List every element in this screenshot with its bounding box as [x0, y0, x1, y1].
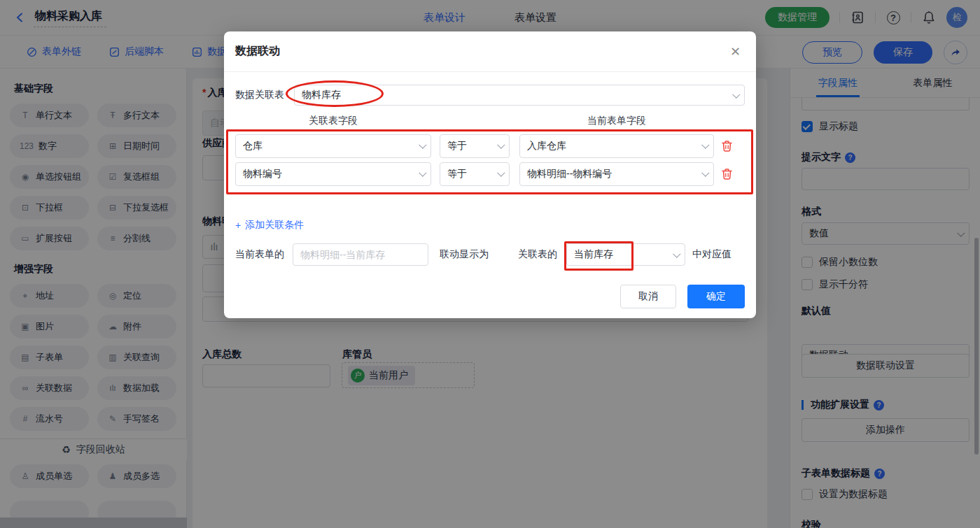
delete-condition-button[interactable]	[721, 168, 733, 180]
condition-row: 仓库 等于 入库仓库	[235, 134, 745, 158]
close-icon[interactable]: ✕	[730, 45, 741, 58]
linked-table-select[interactable]: 物料库存	[294, 85, 745, 106]
cancel-button[interactable]: 取消	[620, 285, 676, 308]
right-column-header: 当前表单字段	[519, 115, 714, 127]
condition-operator-select[interactable]: 等于	[440, 134, 510, 158]
condition-right-select[interactable]: 入库仓库	[519, 134, 714, 158]
condition-row: 物料编号 等于 物料明细--物料编号	[235, 162, 745, 186]
condition-left-select[interactable]: 物料编号	[235, 162, 431, 186]
condition-right-select[interactable]: 物料明细--物料编号	[519, 162, 714, 186]
linkage-display-label: 联动显示为	[440, 248, 489, 261]
condition-rows: 仓库 等于 入库仓库 物料编号 等于 物料明细--物料编号	[235, 134, 745, 186]
delete-condition-button[interactable]	[721, 140, 733, 152]
left-column-header: 关联表字段	[235, 115, 431, 127]
plus-icon: +	[235, 220, 241, 231]
add-condition-link[interactable]: + 添加关联条件	[235, 219, 304, 231]
dialog-title: 数据联动	[235, 44, 280, 59]
linked-table-prefix: 关联表的	[518, 248, 557, 261]
current-form-prefix: 当前表单的	[235, 248, 284, 261]
linked-table-label: 数据关联表	[235, 89, 284, 101]
linked-field-select[interactable]: 当前库存	[566, 243, 685, 266]
condition-left-select[interactable]: 仓库	[235, 134, 431, 158]
trash-icon	[721, 140, 733, 152]
current-form-field-input[interactable]	[293, 243, 428, 266]
corresponding-value-suffix: 中对应值	[692, 248, 732, 261]
condition-operator-select[interactable]: 等于	[440, 162, 510, 186]
confirm-button[interactable]: 确定	[687, 285, 745, 308]
trash-icon	[721, 168, 733, 180]
data-linkage-dialog: 数据联动 ✕ 数据关联表 物料库存 关联表字段 当前表单字段 仓库 等于 入库仓…	[224, 31, 756, 318]
